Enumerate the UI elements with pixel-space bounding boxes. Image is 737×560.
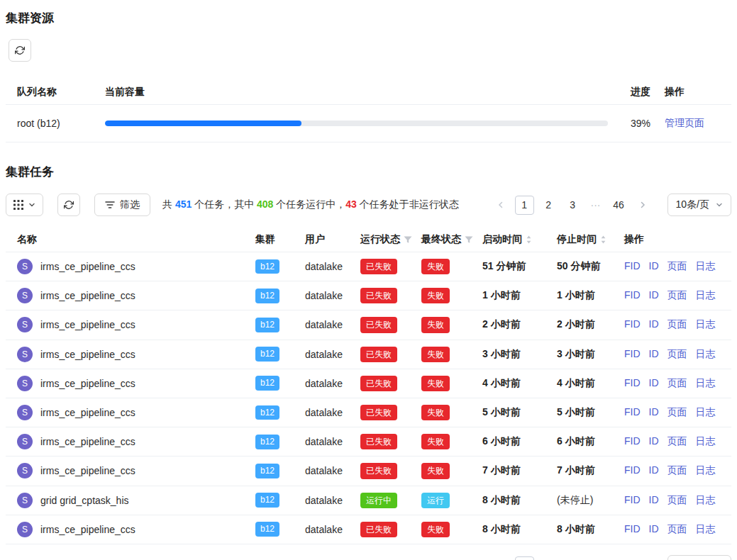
action-link-3[interactable]: 日志 (696, 406, 716, 418)
cluster-tag: b12 (255, 493, 279, 508)
filter-button-label: 筛选 (120, 198, 140, 211)
page-ellipsis[interactable]: ··· (587, 199, 604, 211)
table-row: S irms_ce_pipeline_ccs b12 datalake 已失败 … (6, 398, 731, 427)
action-link-1[interactable]: ID (649, 318, 659, 330)
page-size-select[interactable]: 10条/页 (667, 194, 731, 216)
action-link-1[interactable]: ID (649, 260, 659, 271)
page-button-2[interactable]: 2 (539, 196, 558, 215)
action-link-1[interactable]: ID (649, 435, 659, 447)
action-link-0[interactable]: FID (624, 348, 641, 359)
action-link-0[interactable]: FID (624, 494, 641, 505)
page-button-3[interactable]: 3 (563, 556, 582, 560)
action-link-3[interactable]: 日志 (696, 318, 716, 330)
start-time: 3 小时前 (482, 348, 521, 359)
prev-page-button[interactable] (492, 196, 510, 214)
action-link-0[interactable]: FID (624, 260, 641, 271)
action-link-0[interactable]: FID (624, 406, 641, 418)
avatar: S (17, 288, 33, 303)
table-row: S irms_ce_pipeline_ccs b12 datalake 已失败 … (6, 252, 731, 281)
action-link-2[interactable]: 页面 (667, 523, 687, 534)
page-button-46[interactable]: 46 (609, 556, 628, 560)
run-status-badge: 已失败 (360, 259, 397, 274)
action-link-3[interactable]: 日志 (696, 289, 716, 301)
action-link-0[interactable]: FID (624, 464, 641, 476)
sort-icon[interactable] (526, 235, 532, 245)
start-time: 6 小时前 (482, 435, 521, 447)
running-task-count: 408 (257, 198, 273, 210)
page-size-select[interactable]: 10条/页 (667, 555, 731, 560)
action-link-3[interactable]: 日志 (696, 464, 716, 476)
action-link-0[interactable]: FID (624, 318, 641, 330)
resources-refresh-button[interactable] (9, 39, 31, 62)
next-page-button[interactable] (633, 196, 652, 214)
start-time: 4 小时前 (482, 377, 521, 388)
start-time: 2 小时前 (482, 318, 521, 330)
start-time: 5 小时前 (482, 406, 521, 418)
row-actions: FIDID页面日志 (613, 457, 731, 486)
filter-button[interactable]: 筛选 (94, 194, 150, 216)
page-button-3[interactable]: 3 (563, 196, 582, 215)
user-name: datalake (305, 524, 343, 535)
action-link-1[interactable]: ID (649, 289, 659, 301)
action-link-2[interactable]: 页面 (667, 289, 687, 301)
action-link-2[interactable]: 页面 (667, 377, 687, 388)
action-link-3[interactable]: 日志 (696, 494, 716, 505)
action-link-1[interactable]: ID (649, 523, 659, 534)
filter-funnel-icon[interactable] (404, 236, 412, 244)
resources-table: 队列名称 当前容量 进度 操作 root (b12) 39% 管理页面 (6, 80, 731, 142)
filter-funnel-icon[interactable] (465, 236, 473, 244)
cluster-tag: b12 (255, 259, 279, 274)
action-link-2[interactable]: 页面 (667, 348, 687, 359)
row-actions: FIDID页面日志 (613, 281, 731, 310)
action-link-2[interactable]: 页面 (667, 260, 687, 271)
action-link-1[interactable]: ID (649, 377, 659, 388)
action-link-3[interactable]: 日志 (696, 377, 716, 388)
user-name: datalake (305, 436, 343, 447)
action-link-3[interactable]: 日志 (696, 348, 716, 359)
action-link-3[interactable]: 日志 (696, 523, 716, 534)
col-header-final-status: 最终状态 (410, 228, 471, 252)
action-link-2[interactable]: 页面 (667, 494, 687, 505)
page-button-2[interactable]: 2 (539, 556, 558, 560)
action-link-0[interactable]: FID (624, 523, 641, 534)
action-link-2[interactable]: 页面 (667, 406, 687, 418)
column-settings-button[interactable] (6, 194, 43, 216)
start-time: 1 小时前 (482, 289, 521, 301)
action-link-0[interactable]: FID (624, 289, 641, 301)
action-link-0[interactable]: FID (624, 435, 641, 447)
page-button-1[interactable]: 1 (515, 196, 534, 215)
page-button-46[interactable]: 46 (609, 196, 628, 215)
action-link-1[interactable]: ID (649, 494, 659, 505)
prev-page-button[interactable] (492, 557, 510, 560)
action-link-1[interactable]: ID (649, 406, 659, 418)
tasks-refresh-button[interactable] (57, 194, 80, 216)
cluster-tag: b12 (255, 376, 279, 391)
page-button-1[interactable]: 1 (515, 556, 534, 560)
row-actions: FIDID页面日志 (613, 427, 731, 457)
chevron-down-icon (28, 201, 35, 208)
cluster-tag: b12 (255, 318, 279, 332)
action-link-2[interactable]: 页面 (667, 464, 687, 476)
next-page-button[interactable] (633, 557, 652, 560)
run-status-badge: 已失败 (360, 405, 397, 420)
action-link-3[interactable]: 日志 (696, 435, 716, 447)
user-name: datalake (305, 290, 343, 301)
avatar: S (17, 463, 33, 478)
action-link-2[interactable]: 页面 (667, 435, 687, 447)
run-status-badge: 已失败 (360, 463, 397, 478)
stop-time: (未停止) (557, 494, 593, 505)
row-actions: FIDID页面日志 (613, 340, 731, 369)
action-link-0[interactable]: FID (624, 377, 641, 388)
sort-icon[interactable] (600, 235, 606, 245)
row-actions: FIDID页面日志 (613, 398, 731, 427)
action-link-3[interactable]: 日志 (696, 260, 716, 271)
user-name: datalake (305, 407, 343, 418)
avatar: S (17, 493, 33, 508)
action-link-2[interactable]: 页面 (667, 318, 687, 330)
cluster-tag: b12 (255, 435, 279, 449)
manage-page-link[interactable]: 管理页面 (665, 117, 704, 128)
action-link-1[interactable]: ID (649, 348, 659, 359)
pagination-bottom: 1 2 3 ··· 46 (492, 556, 652, 560)
final-status-badge: 失败 (421, 463, 450, 478)
action-link-1[interactable]: ID (649, 464, 659, 476)
